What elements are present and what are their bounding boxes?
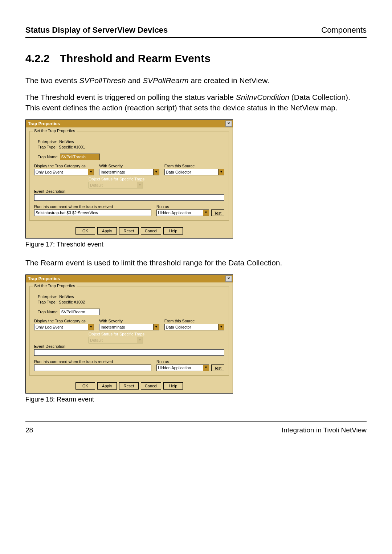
with-severity-dropdown[interactable]: Indeterminate ▼ [99, 169, 159, 175]
display-category-dropdown[interactable]: Only Log Event ▼ [34, 324, 94, 330]
chevron-down-icon: ▼ [153, 169, 159, 175]
event-desc-label: Event Description [34, 344, 224, 349]
help-button[interactable]: Help [163, 227, 183, 235]
ok-button[interactable]: OK [75, 227, 95, 235]
enterprise-row: Enterprise: NetView [38, 139, 224, 144]
apply-button[interactable]: Apply [97, 382, 117, 390]
section-heading: 4.2.2Threshold and Rearm Events [25, 52, 367, 65]
run-cmd-input[interactable] [34, 209, 151, 216]
event-desc-input[interactable] [34, 194, 224, 201]
chevron-down-icon: ▼ [153, 324, 159, 330]
trap-name-row: Trap Name [38, 154, 224, 160]
figure-17-caption: Figure 17: Threshold event [25, 241, 367, 248]
dialog-title: Trap Properties [28, 121, 60, 126]
with-severity-label: With Severity [99, 164, 159, 168]
from-source-label: From this Source [164, 319, 224, 323]
paragraph-2: The Threshold event is triggered on poll… [25, 92, 367, 113]
chevron-down-icon: ▼ [88, 169, 94, 175]
groupbox-legend: Set the Trap Properties [33, 129, 77, 133]
from-source-dropdown[interactable]: Data Collector ▼ [164, 324, 224, 330]
object-status-label: Object Status for Specific Traps [89, 177, 224, 181]
section-title: Threshold and Rearm Events [60, 52, 211, 64]
cancel-button[interactable]: Cancel [141, 382, 161, 390]
groupbox: Set the Trap Properties Enterprise: NetV… [29, 286, 229, 376]
test-button[interactable]: Test [211, 364, 224, 371]
ok-button[interactable]: OK [75, 382, 95, 390]
page-footer: 28 Integration in Tivoli NetView [25, 421, 367, 434]
groupbox: Set the Trap Properties Enterprise: NetV… [29, 131, 229, 221]
chevron-down-icon: ▼ [218, 169, 224, 175]
trap-name-input[interactable] [60, 309, 100, 315]
chevron-down-icon: ▼ [137, 182, 143, 188]
figure-18-caption: Figure 18: Rearm event [25, 396, 367, 403]
chevron-down-icon: ▼ [137, 337, 143, 343]
chevron-down-icon: ▼ [88, 324, 94, 330]
close-icon[interactable]: × [225, 121, 232, 127]
display-category-label: Display the Trap Category as [34, 319, 94, 323]
dialog-button-row: OK Apply Reset Cancel Help [26, 224, 233, 238]
dialog-button-row: OK Apply Reset Cancel Help [26, 379, 233, 393]
run-as-dropdown[interactable]: Hidden Application ▼ [156, 364, 209, 371]
cancel-button[interactable]: Cancel [141, 227, 161, 235]
paragraph-1: The two events SVPollThresh and SVPollRe… [25, 76, 367, 86]
trap-name-input[interactable] [60, 154, 100, 160]
close-icon[interactable]: × [225, 276, 232, 282]
run-as-label: Run as [156, 204, 224, 209]
reset-button[interactable]: Reset [119, 227, 139, 235]
trap-type-row: Trap Type: Specific #1001 [38, 145, 224, 149]
event-desc-input[interactable] [34, 349, 224, 356]
apply-button[interactable]: Apply [97, 227, 117, 235]
page-number: 28 [25, 426, 33, 434]
with-severity-dropdown[interactable]: Indeterminate ▼ [99, 324, 159, 330]
dialog-titlebar: Trap Properties × [26, 120, 233, 127]
run-as-dropdown[interactable]: Hidden Application ▼ [156, 209, 209, 216]
dialog-title: Trap Properties [28, 276, 60, 281]
header-left: Status Display of ServerView Devices [25, 25, 168, 35]
run-cmd-label: Run this command when the trap is receiv… [34, 359, 151, 364]
run-cmd-input[interactable] [34, 364, 151, 371]
event-desc-label: Event Description [34, 189, 224, 194]
run-cmd-label: Run this command when the trap is receiv… [34, 204, 151, 209]
reset-button[interactable]: Reset [119, 382, 139, 390]
run-as-label: Run as [156, 359, 224, 364]
header-right: Components [321, 25, 367, 35]
paragraph-3: The Rearm event is used to limit the thr… [25, 258, 367, 268]
dialog-titlebar: Trap Properties × [26, 275, 233, 282]
page-header: Status Display of ServerView Devices Com… [25, 25, 367, 38]
display-category-dropdown[interactable]: Only Log Event ▼ [34, 169, 94, 175]
chevron-down-icon: ▼ [203, 365, 209, 371]
with-severity-label: With Severity [99, 319, 159, 323]
chevron-down-icon: ▼ [218, 324, 224, 330]
enterprise-row: Enterprise: NetView [38, 294, 224, 299]
groupbox-legend: Set the Trap Properties [33, 284, 77, 288]
object-status-dropdown: Default ▼ [89, 182, 143, 188]
trap-properties-dialog-rearm: Trap Properties × Set the Trap Propertie… [25, 274, 233, 394]
trap-type-row: Trap Type: Specific #1002 [38, 300, 224, 304]
section-number: 4.2.2 [25, 52, 50, 64]
object-status-dropdown: Default ▼ [89, 337, 143, 343]
help-button[interactable]: Help [163, 382, 183, 390]
chevron-down-icon: ▼ [203, 210, 209, 216]
from-source-label: From this Source [164, 164, 224, 168]
test-button[interactable]: Test [211, 209, 224, 216]
object-status-label: Object Status for Specific Traps [89, 332, 224, 336]
from-source-dropdown[interactable]: Data Collector ▼ [164, 169, 224, 175]
display-category-label: Display the Trap Category as [34, 164, 94, 168]
trap-properties-dialog-threshold: Trap Properties × Set the Trap Propertie… [25, 119, 233, 239]
footer-right: Integration in Tivoli NetView [282, 426, 367, 434]
trap-name-row: Trap Name [38, 309, 224, 315]
